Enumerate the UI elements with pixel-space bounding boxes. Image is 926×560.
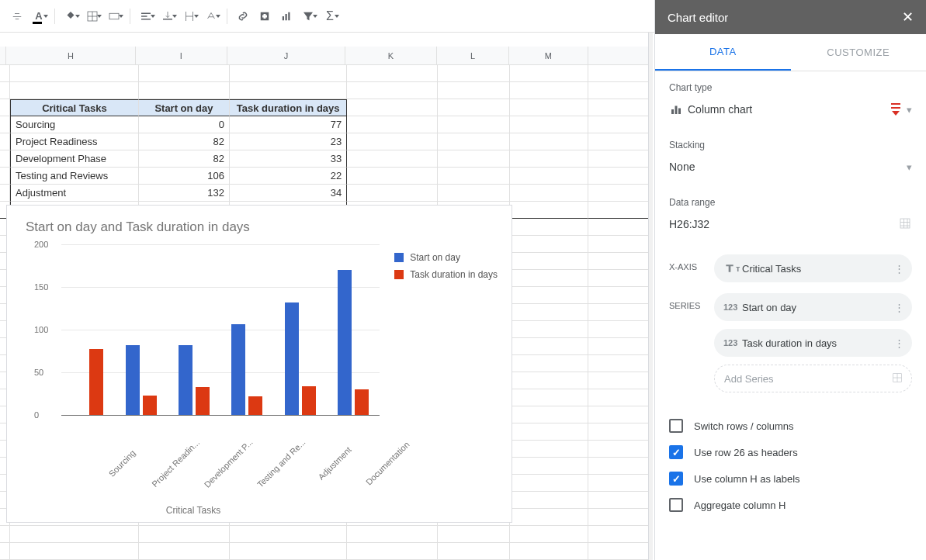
chart-x-tick: Sourcing — [107, 448, 137, 479]
chevron-down-icon: ▾ — [907, 104, 912, 116]
panel-resize-handle[interactable] — [648, 33, 653, 560]
checkbox-row[interactable]: Use row 26 as headers — [669, 441, 912, 464]
v-align-icon[interactable] — [157, 5, 179, 27]
tab-data[interactable]: DATA — [655, 34, 791, 71]
stacking-label: Stacking — [669, 140, 912, 150]
svg-rect-12 — [262, 15, 267, 17]
svg-rect-14 — [286, 14, 287, 20]
grid-select-icon[interactable] — [891, 372, 903, 386]
embedded-chart[interactable]: Start on day and Task duration in days S… — [6, 205, 512, 523]
chart-type-select[interactable]: Column chart ▾ — [669, 96, 912, 123]
insert-chart-icon[interactable] — [276, 5, 297, 27]
svg-rect-16 — [671, 109, 674, 114]
h-align-icon[interactable] — [135, 5, 157, 27]
chart-title: Start on day and Task duration in days — [7, 206, 512, 235]
text-rotate-icon[interactable] — [200, 5, 222, 27]
checkbox[interactable] — [669, 445, 683, 459]
chart-bar — [231, 324, 245, 415]
merge-cells-icon[interactable] — [103, 5, 125, 27]
insert-comment-icon[interactable] — [254, 5, 276, 27]
chart-x-tick: Development P... — [202, 437, 254, 489]
data-range-label: Data range — [669, 197, 912, 208]
chart-plot-area: 050100150200 — [30, 244, 380, 415]
grid-select-icon[interactable] — [898, 216, 912, 233]
checkbox[interactable] — [669, 498, 683, 512]
table-cell[interactable]: 77 — [230, 116, 347, 133]
number-type-icon: 123 — [723, 302, 742, 312]
checkbox-row[interactable]: Use column H as labels — [669, 467, 912, 490]
more-icon[interactable]: ⋮ — [894, 263, 904, 275]
table-cell[interactable]: Project Readiness — [10, 133, 139, 150]
svg-rect-19 — [891, 103, 900, 105]
table-cell[interactable]: 82 — [139, 133, 230, 150]
checkbox-row[interactable]: Switch rows / columns — [669, 414, 912, 437]
svg-rect-18 — [678, 109, 681, 115]
chart-bar — [248, 396, 262, 415]
chart-x-tick: Testing and Re... — [255, 437, 307, 489]
table-cell[interactable]: 23 — [230, 133, 347, 150]
checkbox[interactable] — [669, 472, 683, 486]
chart-bar — [302, 386, 316, 415]
checkbox-row[interactable]: Aggregate column H — [669, 493, 912, 517]
checkbox[interactable] — [669, 419, 683, 433]
col-header-I[interactable]: I — [136, 47, 227, 64]
col-header-L[interactable]: L — [437, 47, 509, 64]
text-type-icon: т — [723, 262, 742, 275]
panel-title: Chart editor — [668, 11, 728, 24]
tab-customize[interactable]: CUSTOMIZE — [791, 34, 927, 71]
functions-icon[interactable]: Σ — [319, 5, 341, 27]
insert-link-icon[interactable] — [232, 5, 254, 27]
table-cell[interactable]: Testing and Reviews — [10, 168, 139, 185]
svg-rect-20 — [891, 107, 900, 109]
chart-editor-panel: Chart editor ✕ DATA CUSTOMIZE Chart type… — [654, 0, 926, 560]
svg-rect-13 — [283, 16, 284, 20]
stacking-select[interactable]: None ▾ — [669, 154, 912, 180]
panel-tabs: DATA CUSTOMIZE — [655, 34, 926, 71]
table-header: Start on day — [139, 99, 230, 116]
table-cell[interactable]: 34 — [230, 185, 347, 202]
x-axis-chip[interactable]: т Critical Tasks ⋮ — [714, 254, 912, 282]
chart-x-tick: Adjustment — [316, 445, 352, 482]
strikethrough-icon[interactable] — [6, 5, 28, 27]
svg-rect-7 — [163, 19, 172, 20]
chart-bar — [285, 302, 299, 415]
suggestion-icon — [891, 103, 900, 116]
series-chip[interactable]: 123Task duration in days⋮ — [714, 329, 912, 357]
filter-icon[interactable] — [297, 5, 319, 27]
data-range-input[interactable]: H26:J32 — [669, 211, 912, 237]
table-cell[interactable]: Development Phase — [10, 150, 139, 168]
table-cell[interactable]: Adjustment — [10, 185, 139, 202]
chart-bar — [179, 345, 192, 415]
table-cell[interactable]: 106 — [139, 168, 230, 185]
series-chip[interactable]: 123Start on day⋮ — [714, 293, 912, 321]
table-cell[interactable]: 132 — [139, 185, 230, 202]
chart-type-label: Chart type — [669, 82, 912, 93]
chevron-down-icon: ▾ — [907, 161, 912, 173]
svg-rect-6 — [141, 19, 151, 20]
text-wrap-icon[interactable] — [179, 5, 200, 27]
close-icon[interactable]: ✕ — [902, 9, 914, 26]
table-cell[interactable]: Sourcing — [10, 116, 139, 133]
col-header-K[interactable]: K — [345, 47, 437, 64]
more-icon[interactable]: ⋮ — [894, 302, 904, 313]
text-color-icon[interactable]: A — [28, 5, 50, 27]
chart-bar — [89, 349, 103, 415]
table-cell[interactable]: 22 — [230, 168, 347, 185]
col-header-J[interactable]: J — [227, 47, 345, 64]
table-cell[interactable]: 82 — [139, 150, 230, 168]
svg-rect-5 — [141, 16, 147, 17]
chart-legend: Start on day Task duration in days — [394, 252, 498, 286]
panel-header: Chart editor ✕ — [655, 0, 926, 34]
svg-rect-4 — [141, 12, 151, 14]
table-cell[interactable]: 0 — [139, 116, 230, 133]
borders-icon[interactable] — [82, 5, 103, 27]
add-series-button[interactable]: Add Series — [714, 365, 912, 392]
spreadsheet-grid[interactable]: HIJKLM Critical TasksStart on dayTask du… — [0, 33, 653, 560]
chart-bar — [338, 270, 352, 415]
col-header-H[interactable]: H — [6, 47, 136, 64]
fill-color-icon[interactable] — [60, 5, 82, 27]
series-section-label: SERIES — [669, 293, 714, 310]
more-icon[interactable]: ⋮ — [894, 337, 904, 349]
table-cell[interactable]: 33 — [230, 150, 347, 168]
col-header-M[interactable]: M — [509, 47, 588, 64]
